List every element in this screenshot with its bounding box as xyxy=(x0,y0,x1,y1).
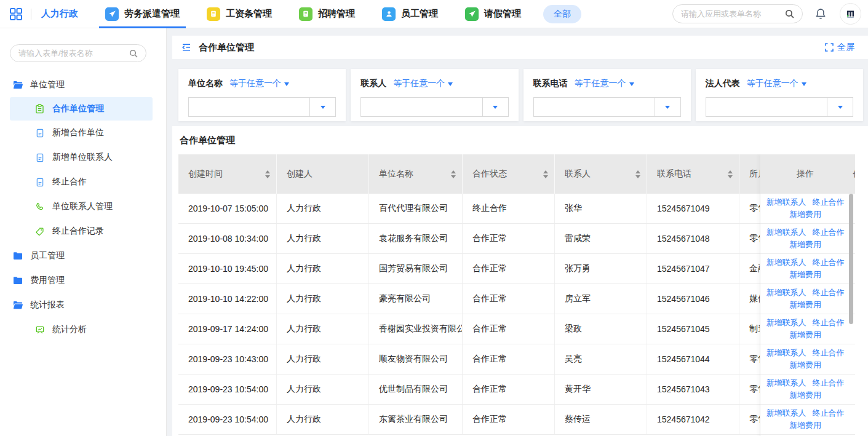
table-vertical-scrollbar[interactable] xyxy=(849,194,853,324)
add-fee-link[interactable]: 新增费用 xyxy=(789,389,821,402)
select-caret-cell[interactable] xyxy=(827,98,853,116)
filter-value-input[interactable] xyxy=(189,98,309,116)
end-cooperation-link[interactable]: 终止合作 xyxy=(813,317,845,329)
end-cooperation-link[interactable]: 终止合作 xyxy=(813,377,845,389)
tab-label: 请假管理 xyxy=(484,8,521,20)
sidebar-item-add-unit-contact[interactable]: 新增单位联系人 xyxy=(0,145,166,170)
sort-icon[interactable] xyxy=(265,168,270,181)
cell-creator: 人力行政 xyxy=(277,254,369,283)
company-logo-icon xyxy=(845,9,856,19)
folder-open-icon xyxy=(12,81,23,89)
chevron-down-icon xyxy=(493,106,498,111)
actions-cell: 新增联系人终止合作新增费用 xyxy=(760,254,850,284)
search-icon[interactable] xyxy=(129,49,138,58)
filter-operator-dropdown[interactable]: 等于任意一个 xyxy=(393,78,453,89)
add-fee-link[interactable]: 新增费用 xyxy=(789,329,821,341)
divider xyxy=(31,9,31,20)
notification-bell-icon[interactable] xyxy=(814,7,827,20)
filter-value-input[interactable] xyxy=(534,98,655,116)
search-icon[interactable] xyxy=(785,9,794,18)
cell-creator: 人力行政 xyxy=(277,314,369,344)
table-row: 2019-09-17 14:24:00人力行政香榭园实业投资有限公司合作正常梁政… xyxy=(178,314,855,344)
sidebar-search[interactable] xyxy=(10,44,146,62)
filter-operator-dropdown[interactable]: 等于任意一个 xyxy=(747,78,806,89)
filter-value-select[interactable] xyxy=(533,97,681,117)
tree-item-label: 合作单位管理 xyxy=(52,103,104,114)
cell-created: 2019-10-07 15:05:00 xyxy=(178,194,277,223)
tab-recruitment[interactable]: 招聘管理 xyxy=(285,0,368,28)
sidebar-folder-expense-management[interactable]: 费用管理 xyxy=(0,268,166,293)
add-contact-link[interactable]: 新增联系人 xyxy=(766,317,806,329)
end-cooperation-link[interactable]: 终止合作 xyxy=(813,407,845,419)
chevron-down-icon xyxy=(665,106,670,111)
sidebar-folder-unit-management[interactable]: 单位管理 xyxy=(0,73,166,97)
add-contact-link[interactable]: 新增联系人 xyxy=(766,407,806,419)
end-cooperation-link[interactable]: 终止合作 xyxy=(813,287,845,299)
sidebar-item-end-cooperation[interactable]: 终止合作 xyxy=(0,170,166,194)
app-grid-icon[interactable] xyxy=(9,7,23,21)
column-header-0[interactable]: 创建时间 xyxy=(178,154,277,194)
sidebar-folder-statistics-reports[interactable]: 统计报表 xyxy=(0,293,166,317)
sidebar-item-statistics-analysis[interactable]: 统计分析 xyxy=(0,317,166,342)
collapse-sidebar-icon[interactable] xyxy=(181,42,192,53)
add-fee-link[interactable]: 新增费用 xyxy=(789,208,821,221)
column-header-5[interactable]: 联系电话 xyxy=(647,154,739,194)
sidebar-search-input[interactable] xyxy=(18,49,124,58)
filter-value-select[interactable] xyxy=(188,97,336,117)
table-row: 2019-09-23 10:54:00人力行政优世制品有限公司合作正常黄开华15… xyxy=(178,375,855,405)
table-row: 2019-10-07 15:05:00人力行政百代代理有限公司终止合作张华152… xyxy=(178,194,855,224)
add-fee-link[interactable]: 新增费用 xyxy=(789,419,821,432)
sidebar-folder-employee-management[interactable]: 员工管理 xyxy=(0,244,166,268)
add-fee-link[interactable]: 新增费用 xyxy=(789,239,821,251)
sort-icon[interactable] xyxy=(451,168,456,181)
add-contact-link[interactable]: 新增联系人 xyxy=(766,347,806,359)
add-contact-link[interactable]: 新增联系人 xyxy=(766,287,806,299)
sort-icon[interactable] xyxy=(728,168,733,181)
add-contact-link[interactable]: 新增联系人 xyxy=(766,256,806,269)
select-caret-cell[interactable] xyxy=(655,98,680,116)
filter-value-select[interactable] xyxy=(706,97,853,117)
filter-operator-dropdown[interactable]: 等于任意一个 xyxy=(229,78,289,89)
end-cooperation-link[interactable]: 终止合作 xyxy=(813,196,845,208)
tab-home[interactable]: 人力行政 xyxy=(41,8,78,20)
sidebar: 单位管理 合作单位管理 新增合作单位 新增单位联系人 终止合作 单位联系人管理 xyxy=(0,28,167,436)
filter-value-input[interactable] xyxy=(706,98,827,116)
select-caret-cell[interactable] xyxy=(309,98,335,116)
global-search[interactable] xyxy=(672,4,803,23)
sidebar-item-add-partner-unit[interactable]: 新增合作单位 xyxy=(0,121,166,145)
end-cooperation-link[interactable]: 终止合作 xyxy=(813,347,845,359)
fullscreen-button[interactable]: 全屏 xyxy=(825,42,854,53)
tab-all-badge[interactable]: 全部 xyxy=(543,5,581,23)
sidebar-item-end-cooperation-records[interactable]: 终止合作记录 xyxy=(0,219,166,244)
tab-leave[interactable]: 请假管理 xyxy=(452,0,535,28)
sidebar-item-partner-unit-management[interactable]: 合作单位管理 xyxy=(10,97,153,121)
filter-value-select[interactable] xyxy=(360,97,508,117)
tab-payslip[interactable]: 工资条管理 xyxy=(193,0,285,28)
column-header-3[interactable]: 合作状态 xyxy=(463,154,555,194)
tab-labor-dispatch[interactable]: 劳务派遣管理 xyxy=(92,0,193,28)
add-fee-link[interactable]: 新增费用 xyxy=(789,359,821,371)
filter-operator-dropdown[interactable]: 等于任意一个 xyxy=(575,78,634,89)
actions-cell: 新增联系人终止合作新增费用 xyxy=(760,194,850,224)
tab-employees[interactable]: 员工管理 xyxy=(368,0,452,28)
add-contact-link[interactable]: 新增联系人 xyxy=(766,377,806,389)
global-search-input[interactable] xyxy=(681,9,780,18)
add-fee-link[interactable]: 新增费用 xyxy=(789,269,821,281)
sidebar-item-unit-contact-management[interactable]: 单位联系人管理 xyxy=(0,194,166,219)
select-caret-cell[interactable] xyxy=(482,98,508,116)
table-row: 2019-10-08 10:34:00人力行政袁花服务有限公司合作正常雷咸荣15… xyxy=(178,224,855,254)
tab-label: 工资条管理 xyxy=(226,8,272,20)
sort-icon[interactable] xyxy=(543,168,548,181)
end-cooperation-link[interactable]: 终止合作 xyxy=(813,256,845,269)
column-header-2[interactable]: 单位名称 xyxy=(369,154,463,194)
column-header-4[interactable]: 联系人 xyxy=(555,154,647,194)
end-cooperation-link[interactable]: 终止合作 xyxy=(813,226,845,239)
add-fee-link[interactable]: 新增费用 xyxy=(789,299,821,311)
user-avatar[interactable] xyxy=(840,3,861,25)
sort-icon[interactable] xyxy=(635,168,640,181)
add-contact-link[interactable]: 新增联系人 xyxy=(766,226,806,239)
filter-label: 联系电话 xyxy=(533,78,568,89)
filter-value-input[interactable] xyxy=(361,98,482,116)
data-table: 创建时间创建人单位名称合作状态联系人联系电话所属创 2019-10-07 15:… xyxy=(178,154,855,436)
add-contact-link[interactable]: 新增联系人 xyxy=(766,196,806,208)
